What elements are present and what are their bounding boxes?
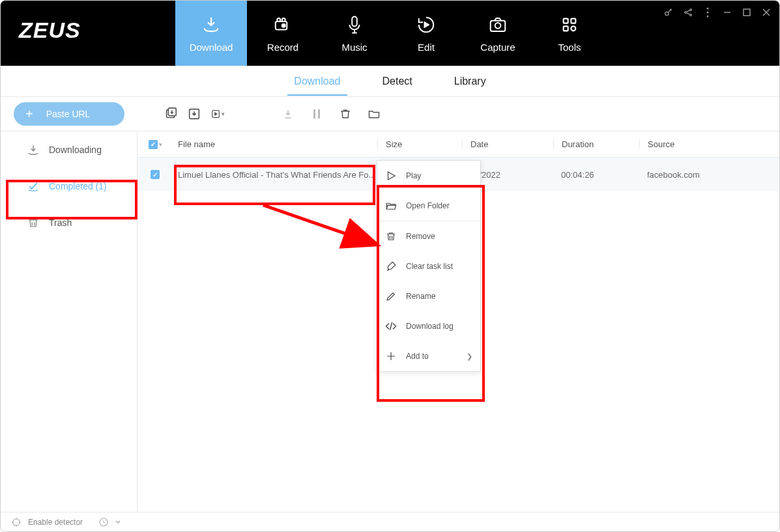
subtab-download[interactable]: Download (294, 68, 340, 95)
key-icon[interactable] (663, 7, 674, 18)
tab-record[interactable]: Record (247, 1, 319, 66)
sidebar-item-trash[interactable]: Trash (1, 204, 137, 241)
svg-point-3 (282, 23, 285, 27)
code-icon (385, 320, 397, 332)
video-format-icon[interactable]: ▾ (210, 107, 225, 121)
toolbar: + Paste URL ▾ (1, 97, 779, 131)
folder-icon[interactable] (367, 107, 381, 121)
share-icon[interactable] (683, 7, 693, 18)
menu-open-folder[interactable]: Open Folder (377, 191, 480, 221)
col-duration[interactable]: Duration (553, 139, 639, 149)
svg-rect-8 (564, 18, 568, 23)
svg-marker-5 (425, 22, 429, 27)
tab-download[interactable]: Download (175, 1, 247, 66)
minimize-icon[interactable] (722, 7, 732, 18)
delete-icon[interactable] (338, 107, 353, 121)
trash-icon (27, 216, 40, 229)
col-date[interactable]: Date (462, 139, 553, 149)
detector-label[interactable]: Enable detector (28, 518, 83, 527)
paste-label: Paste URL (46, 109, 91, 119)
header-bar: ZEUS Download Record Music (1, 1, 779, 66)
subtab-detect[interactable]: Detect (383, 68, 412, 95)
svg-rect-9 (571, 18, 575, 23)
plus-icon: + (25, 107, 33, 122)
tab-label: Capture (480, 42, 515, 53)
start-icon[interactable] (281, 107, 295, 121)
menu-label: Remove (406, 232, 435, 241)
menu-addto[interactable]: Add to ❯ (377, 341, 480, 371)
col-source[interactable]: Source (639, 139, 779, 149)
svg-rect-10 (564, 26, 568, 31)
select-all-checkbox[interactable]: ▾ (149, 140, 162, 149)
edit-icon (416, 14, 437, 35)
col-filename[interactable]: File name (173, 139, 377, 149)
table-header: ▾ File name Size Date Duration Source (137, 132, 779, 158)
cell-source: facebook.com (639, 170, 779, 180)
row-checkbox[interactable] (151, 170, 160, 179)
svg-point-14 (690, 9, 692, 11)
scheduler-icon[interactable] (98, 517, 109, 527)
tab-label: Record (267, 42, 298, 53)
tab-music[interactable]: Music (319, 1, 390, 66)
add-icon (385, 350, 397, 362)
chevron-down-icon[interactable] (113, 517, 123, 527)
svg-marker-30 (388, 172, 396, 180)
svg-point-16 (707, 8, 709, 10)
tab-tools[interactable]: Tools (534, 1, 605, 66)
play-icon (385, 170, 397, 182)
subtabs: Download Detect Library (1, 66, 779, 97)
menu-dots-icon[interactable] (702, 7, 713, 18)
downloading-icon (27, 143, 40, 156)
svg-rect-20 (744, 9, 750, 16)
svg-point-15 (690, 14, 692, 16)
completed-icon (27, 180, 40, 193)
svg-marker-27 (215, 113, 217, 115)
batch-download-icon[interactable] (164, 107, 178, 121)
maximize-icon[interactable] (742, 7, 752, 18)
tab-capture[interactable]: Capture (462, 1, 534, 66)
window-controls (663, 7, 772, 18)
table-area: ▾ File name Size Date Duration Source Li… (137, 132, 779, 512)
menu-play[interactable]: Play (377, 161, 480, 191)
folder-open-icon (385, 200, 397, 212)
close-icon[interactable] (761, 7, 772, 18)
svg-rect-4 (352, 16, 357, 26)
cell-filename: Limuel Llanes Official - That's What Fri… (173, 170, 377, 180)
cell-duration: 00:04:26 (553, 170, 639, 180)
sidebar-item-completed[interactable]: Completed (1) (1, 168, 137, 204)
svg-rect-29 (318, 109, 320, 119)
svg-point-31 (13, 518, 20, 525)
sidebar-item-downloading[interactable]: Downloading (1, 132, 137, 168)
svg-point-2 (282, 18, 285, 21)
svg-point-13 (685, 12, 687, 14)
app-window: ZEUS Download Record Music (0, 0, 780, 532)
tab-label: Tools (558, 42, 581, 53)
paste-url-button[interactable]: + Paste URL (14, 102, 124, 126)
sidebar-label: Trash (49, 217, 72, 228)
menu-remove[interactable]: Remove (377, 221, 480, 251)
capture-icon (487, 14, 508, 35)
col-size[interactable]: Size (377, 139, 462, 149)
svg-point-7 (495, 22, 501, 28)
svg-point-17 (707, 12, 709, 14)
remove-icon (385, 231, 397, 242)
tab-label: Edit (418, 42, 435, 53)
footer: Enable detector (1, 512, 779, 531)
menu-log[interactable]: Download log (377, 311, 480, 341)
menu-rename[interactable]: Rename (377, 281, 480, 311)
tab-label: Music (341, 42, 367, 53)
detector-target-icon[interactable] (11, 517, 22, 527)
pause-icon[interactable] (310, 107, 324, 121)
toolbar-icons-group-2 (281, 107, 381, 121)
app-logo: ZEUS (1, 1, 175, 66)
toolbar-icons-group-1: ▾ (164, 107, 225, 121)
music-icon (344, 14, 365, 35)
subtab-library[interactable]: Library (454, 68, 486, 95)
context-menu: Play Open Folder Remove Clear task list … (377, 160, 481, 372)
tab-edit[interactable]: Edit (390, 1, 462, 66)
single-download-icon[interactable] (187, 107, 201, 121)
download-icon (201, 14, 222, 35)
svg-rect-28 (313, 109, 315, 119)
menu-clear[interactable]: Clear task list (377, 251, 480, 281)
menu-label: Clear task list (406, 262, 453, 271)
